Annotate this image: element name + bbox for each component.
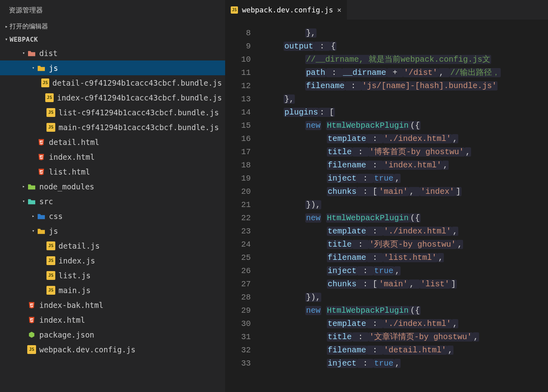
folder-css[interactable]: ▸css [0,209,225,223]
tree-item-label: index-c9f41294b1cacc43cbcf.bundle.js [57,93,222,102]
tree-item-label: js [49,227,58,235]
code-line: //__dirname, 就是当前webpack.config.js文 [262,53,548,66]
line-number: 30 [225,317,251,330]
line-number: 14 [225,106,251,119]
tree-item-label: dist [39,49,58,58]
tree-item-label: webpack.dev.config.js [39,345,135,354]
code-line: filename : 'list.html', [262,251,548,264]
line-number: 24 [225,238,251,251]
editor-area: JS webpack.dev.config.js × 8910111213141… [225,0,548,392]
file-package-json[interactable]: package.json [0,327,225,342]
line-number: 25 [225,251,251,264]
project-section[interactable]: ▾ WEBPACK [0,33,225,46]
line-number: 28 [225,291,251,304]
html5-file-icon [27,301,36,310]
code-line: new HtmlWebpackPlugin({ [262,119,548,132]
tree-item-label: node_modules [39,182,94,191]
tree-item-label: src [39,197,53,206]
close-icon[interactable]: × [337,6,342,14]
file-list-bundle[interactable]: JSlist-c9f41294b1cacc43cbcf.bundle.js [0,105,225,120]
file-webpack-config[interactable]: JSwebpack.dev.config.js [0,342,225,357]
file-index-bak-html[interactable]: index-bak.html [0,298,225,312]
folder-icon [37,212,46,221]
file-index-js[interactable]: JSindex.js [0,253,225,268]
code-line: inject : true, [262,172,548,185]
line-number: 22 [225,211,251,225]
folder-icon [27,182,36,191]
html5-file-icon [37,167,46,176]
chevron-down-icon: ▾ [30,228,37,233]
folder-icon [27,197,36,206]
folder-src[interactable]: ▾src [0,194,225,209]
file-list-html[interactable]: list.html [0,164,225,179]
tree-item-label: package.json [39,330,94,339]
chevron-down-icon: ▾ [20,199,27,204]
chevron-right-icon: ▸ [30,213,37,219]
js-file-icon: JS [46,271,55,280]
line-number: 19 [225,172,251,185]
line-number: 23 [225,225,251,238]
folder-icon [27,49,36,58]
file-detail-bundle[interactable]: JSdetail-c9f41294b1cacc43cbcf.bundle.js [0,75,225,90]
file-index-bundle[interactable]: JSindex-c9f41294b1cacc43cbcf.bundle.js [0,90,225,105]
code-line: chunks : ['main', 'index'] [262,185,548,198]
line-number: 33 [225,357,251,370]
js-file-icon: JS [46,256,55,265]
file-detail-js[interactable]: JSdetail.js [0,238,225,253]
file-list-js[interactable]: JSlist.js [0,268,225,283]
code-line: path : __dirname + '/dist', //输出路径， [262,66,548,79]
tree-item-label: main.js [58,286,91,295]
code-line: inject : true, [262,357,548,370]
tree-item-label: list.js [58,271,91,280]
tree-item-label: detail-c9f41294b1cacc43cbcf.bundle.js [52,78,222,87]
file-detail-html[interactable]: detail.html [0,135,225,149]
folder-src-js[interactable]: ▾js [0,223,225,238]
code-content[interactable]: },output : {//__dirname, 就是当前webpack.con… [262,20,548,392]
js-file-icon: JS [27,345,36,354]
tree-item-label: index.js [58,256,95,265]
folder-icon [37,64,46,72]
tab-webpack-config[interactable]: JS webpack.dev.config.js × [225,0,347,20]
code-line: }, [262,92,548,106]
chevron-down-icon: ▾ [20,50,27,56]
tree-item-label: list.html [49,167,90,176]
line-number: 13 [225,92,251,106]
folder-node-modules[interactable]: ▸node_modules [0,179,225,194]
folder-icon [37,227,46,235]
tree-item-label: index.html [39,316,85,324]
file-main-bundle[interactable]: JSmain-c9f41294b1cacc43cbcf.bundle.js [0,120,225,135]
js-file-icon: JS [231,6,238,14]
code-line: filename : 'detail.html', [262,344,548,357]
editor-body[interactable]: 8910111213141516171819202122232425262728… [225,20,548,392]
folder-dist-js[interactable]: ▾js [0,60,225,75]
file-dist-index-html[interactable]: index.html [0,149,225,164]
code-line: title : '列表页-by ghostwu', [262,238,548,251]
open-editors-section[interactable]: ▸ 打开的编辑器 [0,20,225,33]
code-line: template : './index.html', [262,132,548,145]
file-root-index-html[interactable]: index.html [0,312,225,327]
code-line: filename : 'index.html', [262,159,548,172]
tab-label: webpack.dev.config.js [242,6,333,14]
line-number: 11 [225,66,251,79]
code-line: template : './index.html', [262,317,548,330]
js-file-icon: JS [45,93,54,102]
code-line: inject : true, [262,264,548,277]
code-line: template : './index.html', [262,225,548,238]
line-number: 21 [225,198,251,211]
js-file-icon: JS [46,286,55,295]
line-number: 10 [225,53,251,66]
tree-item-label: detail.html [49,138,99,147]
code-line: output : { [262,40,548,53]
tree-item-label: js [49,64,58,72]
html5-file-icon [37,153,46,161]
line-number: 27 [225,277,251,291]
file-tree: ▾dist▾jsJSdetail-c9f41294b1cacc43cbcf.bu… [0,46,225,392]
chevron-down-icon: ▾ [30,65,37,70]
code-line: }, [262,26,548,40]
line-number: 20 [225,185,251,198]
line-number: 16 [225,132,251,145]
tree-item-label: main-c9f41294b1cacc43cbcf.bundle.js [58,123,219,132]
file-main-js[interactable]: JSmain.js [0,283,225,298]
folder-dist[interactable]: ▾dist [0,46,225,60]
tab-bar: JS webpack.dev.config.js × [225,0,548,20]
